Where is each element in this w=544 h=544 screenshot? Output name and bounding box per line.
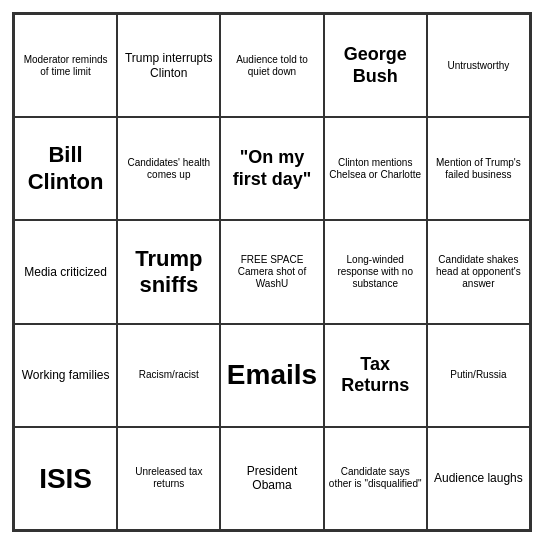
bingo-cell-21: Unreleased tax returns [117,427,220,530]
bingo-cell-4: Untrustworthy [427,14,530,117]
bingo-cell-12: FREE SPACE Camera shot of WashU [220,220,323,323]
cell-text-2: Audience told to quiet down [225,54,318,78]
cell-text-8: Clinton mentions Chelsea or Charlotte [329,157,422,181]
cell-text-3: George Bush [329,44,422,87]
bingo-cell-3: George Bush [324,14,427,117]
bingo-cell-8: Clinton mentions Chelsea or Charlotte [324,117,427,220]
cell-text-13: Long-winded response with no substance [329,254,422,290]
cell-text-14: Candidate shakes head at opponent's answ… [432,254,525,290]
cell-text-24: Audience laughs [432,471,525,485]
cell-text-5: Bill Clinton [19,142,112,195]
cell-text-18: Tax Returns [329,354,422,397]
bingo-cell-10: Media criticized [14,220,117,323]
cell-text-9: Mention of Trump's failed business [432,157,525,181]
bingo-cell-18: Tax Returns [324,324,427,427]
cell-text-4: Untrustworthy [432,60,525,72]
cell-text-15: Working families [19,368,112,382]
bingo-cell-19: Putin/Russia [427,324,530,427]
bingo-cell-6: Candidates' health comes up [117,117,220,220]
bingo-cell-2: Audience told to quiet down [220,14,323,117]
bingo-cell-0: Moderator reminds of time limit [14,14,117,117]
bingo-cell-7: "On my first day" [220,117,323,220]
bingo-cell-23: Candidate says other is "disqualified" [324,427,427,530]
bingo-cell-13: Long-winded response with no substance [324,220,427,323]
cell-text-23: Candidate says other is "disqualified" [329,466,422,490]
cell-text-11: Trump sniffs [122,246,215,299]
cell-text-1: Trump interrupts Clinton [122,51,215,80]
cell-text-19: Putin/Russia [432,369,525,381]
bingo-board: Moderator reminds of time limitTrump int… [12,12,532,532]
bingo-cell-24: Audience laughs [427,427,530,530]
cell-text-22: President Obama [225,464,318,493]
cell-text-20: ISIS [19,462,112,496]
bingo-cell-1: Trump interrupts Clinton [117,14,220,117]
cell-text-17: Emails [225,358,318,392]
bingo-cell-9: Mention of Trump's failed business [427,117,530,220]
bingo-cell-17: Emails [220,324,323,427]
cell-text-10: Media criticized [19,265,112,279]
bingo-cell-20: ISIS [14,427,117,530]
bingo-cell-22: President Obama [220,427,323,530]
bingo-cell-16: Racism/racist [117,324,220,427]
cell-text-12: FREE SPACE Camera shot of WashU [225,254,318,290]
bingo-cell-5: Bill Clinton [14,117,117,220]
bingo-cell-14: Candidate shakes head at opponent's answ… [427,220,530,323]
cell-text-16: Racism/racist [122,369,215,381]
cell-text-0: Moderator reminds of time limit [19,54,112,78]
cell-text-7: "On my first day" [225,147,318,190]
bingo-cell-11: Trump sniffs [117,220,220,323]
bingo-cell-15: Working families [14,324,117,427]
cell-text-21: Unreleased tax returns [122,466,215,490]
cell-text-6: Candidates' health comes up [122,157,215,181]
